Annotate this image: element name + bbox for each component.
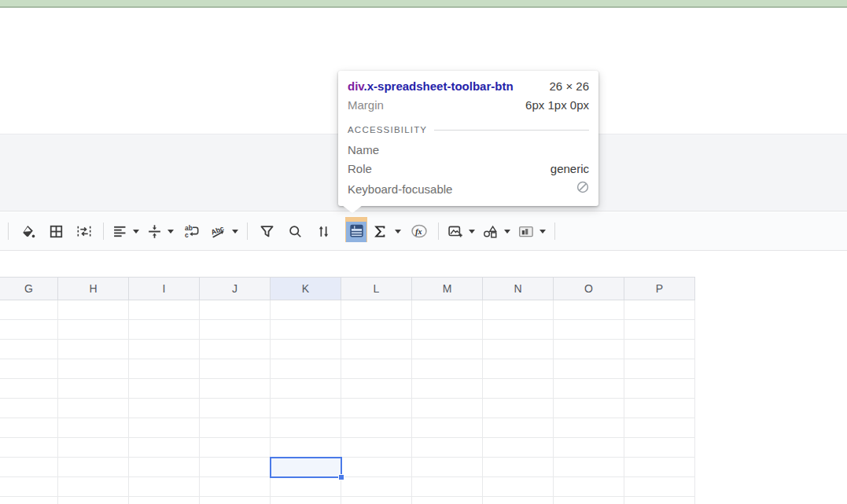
chart-icon bbox=[518, 224, 534, 239]
freeze-button[interactable] bbox=[345, 217, 367, 242]
column-header-I[interactable]: I bbox=[129, 278, 200, 300]
valign-middle-icon bbox=[147, 224, 162, 239]
column-header-G[interactable]: G bbox=[0, 278, 58, 300]
vertical-align-button[interactable] bbox=[144, 218, 177, 245]
section-divider bbox=[434, 130, 589, 131]
filter-icon bbox=[260, 224, 274, 239]
toolbar-separator bbox=[8, 223, 9, 240]
element-tag: div bbox=[348, 79, 364, 93]
element-selector: div.x-spreadsheet-toolbar-btn bbox=[348, 79, 514, 93]
search-button[interactable] bbox=[282, 218, 308, 245]
shapes-icon bbox=[483, 224, 499, 239]
toolbar-separator bbox=[438, 223, 439, 240]
not-allowed-icon bbox=[576, 181, 589, 196]
devtools-inspect-tooltip: div.x-spreadsheet-toolbar-btn 26 × 26 Ma… bbox=[338, 71, 598, 206]
column-header-L[interactable]: L bbox=[341, 278, 412, 300]
screen: abcAbcfx GHIJKLMNOP div.x-spreadsheet-to… bbox=[0, 0, 847, 504]
column-header-P[interactable]: P bbox=[624, 278, 695, 300]
merge-cells-button[interactable] bbox=[71, 218, 98, 245]
column-header-M[interactable]: M bbox=[412, 278, 483, 300]
devtools-margin-overlay bbox=[345, 217, 367, 242]
search-icon bbox=[288, 224, 303, 239]
column-header-K[interactable]: K bbox=[271, 278, 341, 300]
dropdown-caret-icon[interactable] bbox=[232, 230, 238, 234]
filter-button[interactable] bbox=[253, 218, 280, 245]
grid-column-N[interactable] bbox=[483, 300, 554, 504]
toolbar-separator bbox=[247, 223, 248, 240]
grid-column-M[interactable] bbox=[412, 300, 483, 504]
accessibility-name-label: Name bbox=[348, 143, 379, 156]
accessibility-role-value: generic bbox=[551, 162, 589, 175]
grid-column-P[interactable] bbox=[624, 300, 695, 504]
selected-cell[interactable] bbox=[270, 457, 342, 478]
column-header-J[interactable]: J bbox=[200, 278, 271, 300]
formula-button[interactable]: fx bbox=[406, 218, 433, 245]
spreadsheet-grid[interactable] bbox=[0, 300, 695, 504]
column-header-H[interactable]: H bbox=[58, 278, 129, 300]
grid-column-J[interactable] bbox=[200, 300, 271, 504]
column-header-O[interactable]: O bbox=[554, 278, 624, 300]
sort-button[interactable] bbox=[310, 218, 337, 245]
align-left-icon bbox=[112, 224, 127, 239]
grid-column-O[interactable] bbox=[554, 300, 624, 504]
insert-image-icon bbox=[447, 224, 463, 239]
dropdown-caret-icon[interactable] bbox=[395, 230, 401, 234]
dropdown-caret-icon[interactable] bbox=[504, 230, 510, 234]
borders-icon bbox=[49, 224, 64, 239]
borders-button[interactable] bbox=[42, 218, 69, 245]
freeze-table-icon bbox=[349, 223, 364, 241]
text-rotation-button[interactable]: Abc bbox=[207, 218, 241, 245]
svg-text:fx: fx bbox=[415, 227, 422, 236]
insert-shape-button[interactable] bbox=[480, 218, 514, 245]
svg-text:c: c bbox=[185, 231, 189, 239]
margin-value: 6px 1px 0px bbox=[525, 98, 589, 112]
text-wrap-button[interactable]: abc bbox=[179, 218, 205, 245]
dropdown-caret-icon[interactable] bbox=[469, 230, 475, 234]
column-header-N[interactable]: N bbox=[483, 278, 554, 300]
text-wrap-icon: abc bbox=[184, 224, 200, 239]
accessibility-keyboard-label: Keyboard-focusable bbox=[348, 182, 452, 196]
text-rotation-icon: Abc bbox=[210, 224, 226, 239]
autosum-button[interactable] bbox=[370, 218, 404, 245]
fill-handle[interactable] bbox=[338, 474, 344, 480]
toolbar-separator bbox=[103, 223, 104, 240]
toolbar-separator bbox=[554, 223, 555, 240]
accessibility-title: ACCESSIBILITY bbox=[348, 125, 427, 134]
grid-column-I[interactable] bbox=[129, 300, 200, 504]
grid-column-H[interactable] bbox=[58, 300, 129, 504]
devtools-content-overlay bbox=[346, 222, 366, 242]
horizontal-align-button[interactable] bbox=[109, 218, 142, 245]
grid-column-G[interactable] bbox=[0, 300, 58, 504]
dropdown-caret-icon[interactable] bbox=[540, 230, 546, 234]
column-header-row: GHIJKLMNOP bbox=[0, 277, 695, 300]
accessibility-section-header: ACCESSIBILITY bbox=[348, 120, 589, 140]
grid-column-L[interactable] bbox=[341, 300, 412, 504]
browser-top-strip bbox=[0, 0, 847, 8]
sort-icon bbox=[316, 224, 331, 239]
dropdown-caret-icon[interactable] bbox=[168, 230, 174, 234]
spreadsheet-toolbar: abcAbcfx bbox=[0, 212, 847, 251]
margin-label: Margin bbox=[348, 98, 384, 112]
insert-chart-button[interactable] bbox=[515, 218, 549, 245]
paint-bucket-icon bbox=[20, 224, 35, 239]
dropdown-caret-icon[interactable] bbox=[133, 230, 139, 234]
element-class: .x-spreadsheet-toolbar-btn bbox=[364, 79, 514, 93]
fx-circle-icon: fx bbox=[411, 223, 428, 239]
accessibility-role-label: Role bbox=[348, 162, 372, 175]
insert-image-button[interactable] bbox=[444, 218, 478, 245]
element-dimensions: 26 × 26 bbox=[550, 79, 589, 93]
merge-cells-icon bbox=[76, 224, 92, 239]
fill-color-button[interactable] bbox=[14, 218, 41, 245]
sigma-icon bbox=[373, 224, 387, 239]
